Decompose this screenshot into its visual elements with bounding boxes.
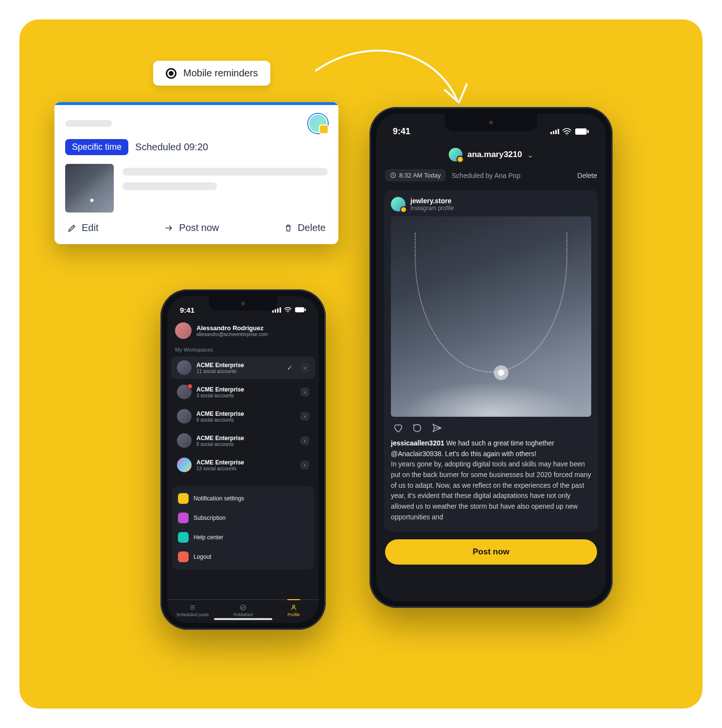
phone-profile: 9:41 Alessandro Rodriguez allesandro@acm… [160,289,326,630]
account-avatar[interactable] [308,114,328,133]
comment-icon[interactable] [412,423,423,433]
workspace-item[interactable]: ACME Enterprise8 social accounts › [171,429,315,452]
subscription-button[interactable]: Subscription [172,508,314,528]
post-image [391,216,591,417]
account-avatar [449,148,462,161]
chevron-right-icon: › [300,461,309,469]
post-now-button[interactable]: Post now [163,222,219,233]
help-icon [178,532,189,543]
scheduled-post-card: Specific time Scheduled 09:20 Edit Post … [54,102,338,244]
svg-rect-5 [587,130,589,133]
workspaces-label: My Workspaces [167,342,319,355]
wifi-icon [284,307,292,313]
chevron-right-icon: › [300,436,309,445]
svg-point-3 [293,605,295,607]
workspace-list: ACME Enterprise11 social accounts ✓ › AC… [167,355,319,477]
svg-rect-0 [295,307,304,312]
post-thumbnail [65,164,114,213]
scheduled-time-text: Scheduled 09:20 [135,142,208,153]
edit-button[interactable]: Edit [67,222,98,233]
mobile-reminders-pill[interactable]: Mobile reminders [153,61,270,86]
time-mode-badge[interactable]: Specific time [65,139,128,155]
notification-settings-button[interactable]: Notification settings [172,489,314,508]
user-email: allesandro@acmeenterprise.com [196,332,268,337]
signal-icon [550,129,559,134]
wifi-icon [562,128,572,135]
logout-button[interactable]: Logout [172,547,314,567]
send-icon[interactable] [432,423,442,433]
profile-name: jewlery.store [410,197,454,205]
status-time: 9:41 [180,306,194,314]
workspace-item[interactable]: ACME Enterprise3 social accounts › [171,381,315,403]
svg-rect-4 [575,128,587,135]
battery-icon [295,307,306,313]
svg-rect-1 [305,308,306,311]
radio-selected-icon [166,68,176,79]
post-card: jewlery.store Instagram profile jessicaa… [384,190,598,532]
settings-panel: Notification settings Subscription Help … [172,486,314,569]
chevron-right-icon: › [300,388,309,396]
phone-post-preview: 9:41 ana.mary3210 ⌄ 8:32 AM Today Schedu… [370,107,613,608]
tab-scheduled-posts[interactable]: Scheduled posts [167,600,218,623]
heart-icon[interactable] [393,423,404,433]
status-icons [550,128,589,135]
pencil-icon [67,223,77,233]
workspace-item[interactable]: ACME Enterprise6 social accounts › [171,405,315,427]
scheduled-by-text: Scheduled by Ana Pop [452,172,521,179]
user-icon [290,604,297,611]
chevron-right-icon: › [300,363,309,372]
post-caption: jessicaallen3201 We had such a great tim… [391,438,591,523]
pill-label: Mobile reminders [183,68,258,79]
list-icon [189,604,196,611]
svg-point-2 [241,605,246,610]
clock-icon [390,172,396,178]
tab-profile[interactable]: Profile [268,600,319,623]
hero-canvas: Mobile reminders Specific time Scheduled… [19,19,703,709]
profile-avatar[interactable] [391,197,405,212]
chevron-right-icon: › [300,412,309,421]
account-switcher[interactable]: ana.mary3210 ⌄ [376,143,606,169]
skeleton-line [65,120,112,127]
workspace-item[interactable]: ACME Enterprise13 social accounts › [171,454,315,476]
post-now-button[interactable]: Post now [385,539,597,565]
status-icons [272,307,306,313]
chevron-down-icon: ⌄ [527,150,533,160]
bell-icon [178,493,189,504]
user-name: Alessandro Rodriguez [196,324,268,332]
arrow-right-icon [163,223,174,233]
user-avatar[interactable] [175,322,192,339]
help-center-button[interactable]: Help center [172,528,314,547]
subscription-icon [178,513,189,523]
status-time: 9:41 [393,126,410,137]
scheduled-time-pill: 8:32 AM Today [385,169,446,181]
workspace-item[interactable]: ACME Enterprise11 social accounts ✓ › [171,356,315,379]
check-icon: ✓ [287,364,293,372]
profile-type: Instagram profile [410,205,454,212]
battery-icon [575,128,589,135]
home-indicator[interactable] [214,618,272,620]
trash-icon [284,223,293,233]
delete-button[interactable]: Delete [578,172,597,179]
logout-icon [178,551,189,562]
profile-header: Alessandro Rodriguez allesandro@acmeente… [167,320,319,342]
delete-button[interactable]: Delete [284,222,326,233]
check-circle-icon [240,604,247,611]
